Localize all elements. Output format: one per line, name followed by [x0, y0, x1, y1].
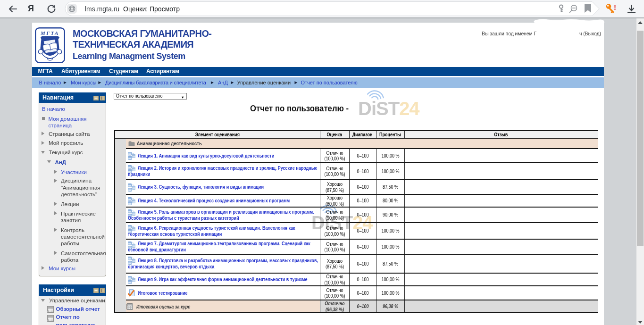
svg-text:МГТА: МГТА — [40, 30, 59, 36]
svg-text:!: ! — [614, 3, 616, 11]
